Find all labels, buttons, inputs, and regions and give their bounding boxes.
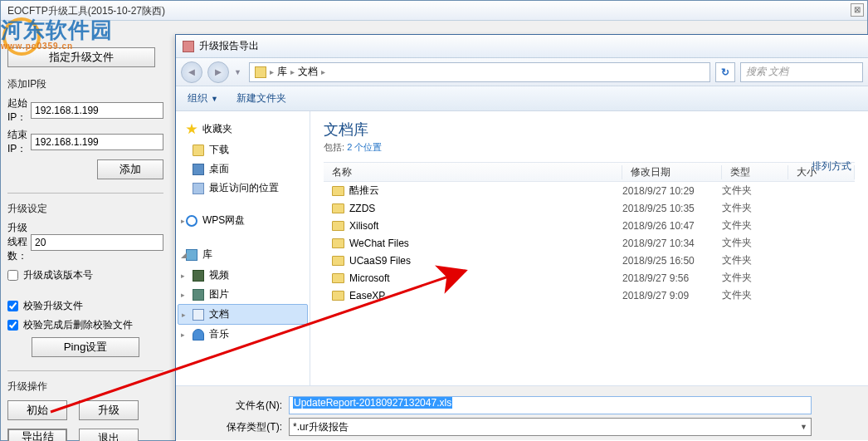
tree-video[interactable]: ▸视频 (178, 266, 308, 285)
init-button[interactable]: 初始 (7, 400, 67, 420)
exit-button[interactable]: 退出 (79, 429, 139, 441)
filetype-label: 保存类型(T): (222, 420, 282, 434)
tree-pictures[interactable]: ▸图片 (178, 285, 308, 304)
folder-icon (332, 186, 344, 196)
file-name: UCaaS9 Files (349, 255, 622, 267)
watermark-text: 河东软件园 www.pc0359.cn (1, 16, 113, 51)
tree-desktop[interactable]: 桌面 (178, 159, 308, 179)
file-list: 酷推云2018/9/27 10:29文件夹ZZDS2018/9/25 10:35… (324, 182, 855, 385)
verify-checkbox-label: 校验升级文件 (23, 299, 83, 313)
file-type: 文件夹 (722, 201, 788, 215)
upgrade-button[interactable]: 升级 (79, 400, 139, 420)
search-input[interactable]: 搜索 文档 (740, 62, 863, 82)
file-row[interactable]: Xilisoft2018/9/26 10:47文件夹 (324, 217, 855, 234)
breadcrumb-seg-library[interactable]: 库 (277, 65, 287, 79)
library-subtitle: 包括: 2 个位置 (324, 141, 855, 154)
ping-settings-button[interactable]: Ping设置 (32, 337, 139, 357)
dialog-titlebar: 升级报告导出 (176, 35, 868, 58)
col-type[interactable]: 类型 (722, 165, 788, 179)
music-icon (193, 329, 204, 341)
sort-by-label[interactable]: 排列方式 (812, 159, 851, 174)
locations-link[interactable]: 2 个位置 (347, 142, 382, 152)
chevron-right-icon: ▸ (181, 272, 185, 280)
add-ip-button[interactable]: 添加 (97, 159, 163, 179)
file-date: 2018/9/25 10:35 (622, 203, 722, 214)
file-type: 文件夹 (722, 253, 788, 267)
chevron-right-icon: ▸ (181, 291, 185, 299)
upgrade-settings-title: 升级设定 (7, 202, 163, 216)
chevron-down-icon: ◢ (181, 251, 187, 259)
cloud-icon (186, 215, 197, 227)
upgrade-ops-title: 升级操作 (7, 380, 163, 394)
export-result-button[interactable]: 导出结果 (7, 429, 67, 441)
file-row[interactable]: WeChat Files2018/9/27 10:34文件夹 (324, 234, 855, 252)
tree-music[interactable]: ▸音乐 (178, 325, 308, 344)
file-type: 文件夹 (722, 218, 788, 233)
chevron-right-icon: ▸ (181, 217, 185, 225)
nav-back-button[interactable]: ◄ (181, 61, 202, 83)
tree-library[interactable]: ◢库 (178, 245, 308, 264)
tree-favorites[interactable]: 收藏夹 (178, 120, 308, 139)
tree-wps[interactable]: ▸WPS网盘 (178, 211, 308, 230)
dialog-title-text: 升级报告导出 (199, 39, 259, 53)
nav-history-dropdown[interactable]: ▼ (234, 68, 244, 76)
refresh-button[interactable]: ↻ (715, 62, 735, 82)
start-ip-input[interactable] (31, 102, 163, 119)
documents-icon (193, 309, 204, 321)
breadcrumb[interactable]: ▸ 库 ▸ 文档 ▸ (249, 62, 710, 82)
file-row[interactable]: 酷推云2018/9/27 10:29文件夹 (324, 182, 855, 199)
file-name: Microsoft (349, 272, 622, 284)
chevron-right-icon: ▸ (270, 67, 274, 76)
folder-icon (332, 291, 344, 301)
file-date: 2018/9/27 9:09 (622, 290, 722, 301)
organize-menu[interactable]: 组织▼ (188, 91, 218, 105)
tree-downloads[interactable]: 下载 (178, 140, 308, 159)
file-row[interactable]: EaseXP2018/9/27 9:09文件夹 (324, 287, 855, 304)
col-name[interactable]: 名称 (324, 165, 622, 179)
video-icon (193, 270, 204, 282)
folder-icon (332, 203, 344, 213)
folder-icon (255, 66, 266, 78)
file-date: 2018/9/25 16:50 (622, 255, 722, 267)
file-date: 2018/9/27 9:56 (622, 272, 722, 284)
start-ip-label: 起始IP： (7, 96, 27, 125)
version-checkbox[interactable] (7, 270, 18, 281)
close-icon[interactable]: ⊠ (851, 3, 864, 17)
tree-documents[interactable]: ▸文档 (178, 304, 308, 325)
dialog-app-icon (183, 41, 194, 52)
delete-after-verify-label: 校验完成后删除校验文件 (23, 318, 133, 332)
library-title: 文档库 (324, 120, 855, 140)
folder-icon (332, 256, 344, 266)
export-report-dialog: 升级报告导出 ◄ ► ▼ ▸ 库 ▸ 文档 ▸ ↻ 搜索 文档 组织▼ 新建文件… (175, 34, 868, 441)
col-date[interactable]: 修改日期 (622, 165, 722, 179)
file-name: WeChat Files (349, 238, 622, 249)
verify-checkbox[interactable] (7, 301, 18, 311)
file-type: 文件夹 (722, 236, 788, 250)
file-row[interactable]: Microsoft2018/9/27 9:56文件夹 (324, 269, 855, 287)
folder-icon (332, 273, 344, 283)
threads-input[interactable] (31, 234, 163, 251)
folder-icon (332, 221, 344, 231)
end-ip-input[interactable] (31, 134, 163, 150)
file-date: 2018/9/27 10:29 (622, 185, 722, 197)
threads-label: 升级线程数： (7, 221, 27, 263)
file-type: 文件夹 (722, 184, 788, 198)
file-type: 文件夹 (722, 271, 788, 285)
end-ip-label: 结束IP： (7, 128, 27, 156)
chevron-right-icon: ▸ (290, 67, 295, 76)
library-icon (186, 249, 197, 261)
filename-input[interactable]: UpdateReport-20180927132047.xls (289, 396, 812, 414)
file-row[interactable]: UCaaS9 Files2018/9/25 16:50文件夹 (324, 252, 855, 269)
desktop-icon (193, 164, 204, 175)
folder-tree: 收藏夹 下载 桌面 最近访问的位置 ▸WPS网盘 ◢库 ▸视频 ▸图片 ▸文档 … (176, 111, 310, 385)
new-folder-button[interactable]: 新建文件夹 (237, 91, 286, 105)
filetype-select[interactable]: *.ur升级报告▼ (289, 418, 812, 436)
delete-after-verify-checkbox[interactable] (7, 320, 18, 331)
breadcrumb-seg-documents[interactable]: 文档 (298, 65, 318, 79)
file-name: EaseXP (349, 290, 622, 301)
file-list-header: 名称 修改日期 类型 大小 (324, 162, 855, 182)
file-row[interactable]: ZZDS2018/9/25 10:35文件夹 (324, 199, 855, 217)
nav-forward-button[interactable]: ► (207, 61, 229, 83)
filename-label: 文件名(N): (222, 399, 282, 413)
tree-recent[interactable]: 最近访问的位置 (178, 179, 308, 198)
